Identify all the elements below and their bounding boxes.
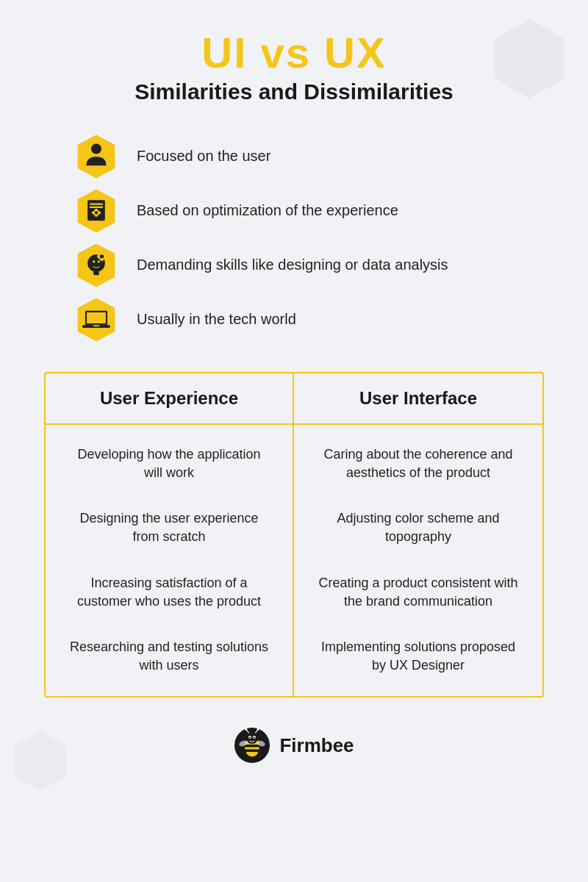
similarity-text-1: Focused on the user <box>137 148 270 165</box>
svg-rect-19 <box>101 251 103 254</box>
table-col-ux: Developing how the application will work… <box>46 425 294 697</box>
ux-item-3: Increasing satisfaction of a customer wh… <box>63 561 275 625</box>
subtitle: Similarities and Dissimilarities <box>44 79 544 104</box>
svg-rect-30 <box>93 325 100 326</box>
svg-point-18 <box>100 254 104 258</box>
footer: Firmbee <box>44 727 544 764</box>
brain-hex-icon <box>74 243 119 288</box>
similarity-item-1: Focused on the user <box>74 134 544 179</box>
settings-hex-icon <box>74 188 119 234</box>
similarity-item-4: Usually in the tech world <box>74 297 544 343</box>
similarity-text-4: Usually in the tech world <box>137 311 296 328</box>
ui-item-1: Caring about the coherence and aesthetic… <box>312 432 525 496</box>
svg-marker-0 <box>494 19 564 98</box>
similarity-text-2: Based on optimization of the experience <box>137 202 398 219</box>
bg-decoration-bottom <box>7 728 74 794</box>
similarity-item-3: Demanding skills like designing or data … <box>74 243 544 288</box>
user-hex-icon <box>74 134 119 179</box>
laptop-hex-icon <box>74 297 119 343</box>
main-title: UI vs UX <box>44 29 544 76</box>
ux-item-4: Researching and testing solutions with u… <box>63 625 275 689</box>
firmbee-logo-icon <box>234 727 270 764</box>
svg-rect-6 <box>90 203 103 204</box>
svg-rect-12 <box>98 212 101 214</box>
svg-point-24 <box>98 260 100 262</box>
svg-marker-1 <box>14 731 67 791</box>
svg-rect-20 <box>101 259 103 261</box>
title-section: UI vs UX Similarities and Dissimilaritie… <box>44 29 544 104</box>
ux-item-2: Designing the user experience from scrat… <box>63 496 275 560</box>
svg-point-3 <box>91 143 101 154</box>
page: UI vs UX Similarities and Dissimilaritie… <box>0 0 588 882</box>
ui-item-3: Creating a product consistent with the b… <box>312 561 525 625</box>
table-col-ui: Caring about the coherence and aesthetic… <box>294 425 542 697</box>
svg-rect-21 <box>104 255 107 257</box>
similarities-section: Focused on the user Based on optimizatio… <box>44 134 544 343</box>
svg-rect-28 <box>87 312 106 323</box>
svg-rect-7 <box>90 207 103 208</box>
similarity-text-3: Demanding skills like designing or data … <box>137 257 448 273</box>
svg-rect-10 <box>95 209 97 211</box>
svg-point-23 <box>93 260 95 262</box>
svg-rect-22 <box>97 255 99 257</box>
svg-point-43 <box>249 737 251 739</box>
svg-rect-38 <box>245 750 259 753</box>
table-header-ux: User Experience <box>46 373 294 425</box>
svg-point-35 <box>257 728 259 731</box>
ui-item-4: Implementing solutions proposed by UX De… <box>312 625 525 689</box>
similarity-item-2: Based on optimization of the experience <box>74 188 544 234</box>
ui-item-2: Adjusting color scheme and topography <box>312 496 525 560</box>
table-header-ui: User Interface <box>294 373 542 425</box>
svg-marker-2 <box>78 135 115 178</box>
footer-brand-name: Firmbee <box>279 734 354 757</box>
ux-item-1: Developing how the application will work <box>63 432 275 496</box>
table-header: User Experience User Interface <box>46 373 542 425</box>
svg-rect-25 <box>93 271 99 275</box>
svg-rect-13 <box>92 212 94 214</box>
svg-rect-37 <box>245 745 259 747</box>
svg-point-44 <box>254 737 255 739</box>
table-body: Developing how the application will work… <box>46 425 542 697</box>
svg-point-34 <box>245 728 248 731</box>
bg-decoration-top <box>485 15 573 103</box>
svg-rect-11 <box>95 215 97 217</box>
svg-point-9 <box>95 211 98 214</box>
comparison-table: User Experience User Interface Developin… <box>44 372 544 698</box>
